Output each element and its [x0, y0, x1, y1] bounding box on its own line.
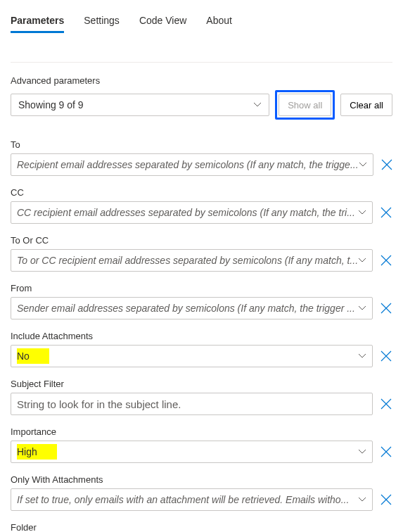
- show-all-highlight: Show all: [275, 90, 335, 120]
- field-from-input[interactable]: Sender email addresses separated by semi…: [11, 297, 373, 319]
- field-to-placeholder: Recipient email addresses separated by s…: [17, 159, 359, 170]
- field-importance-input[interactable]: High: [11, 441, 373, 463]
- field-include-attachments-value: No: [17, 348, 49, 364]
- chevron-down-icon: [358, 208, 366, 217]
- field-include-attachments-input[interactable]: No: [11, 345, 373, 367]
- field-folder-label: Folder: [11, 522, 392, 532]
- field-subject-filter-input[interactable]: String to look for in the subject line.: [11, 393, 373, 415]
- chevron-down-icon: [358, 352, 366, 360]
- field-to-or-cc-placeholder: To or CC recipient email addresses separ…: [17, 255, 358, 266]
- advanced-parameters-label: Advanced parameters: [11, 75, 392, 86]
- field-to: To Recipient email addresses separated b…: [11, 139, 392, 176]
- chevron-down-icon: [358, 304, 366, 312]
- field-to-or-cc-input[interactable]: To or CC recipient email addresses separ…: [11, 249, 373, 272]
- field-to-or-cc-label: To Or CC: [11, 235, 392, 246]
- field-from: From Sender email addresses separated by…: [11, 283, 392, 319]
- field-from-label: From: [11, 283, 392, 293]
- field-subject-filter: Subject Filter String to look for in the…: [11, 379, 392, 415]
- chevron-down-icon: [358, 448, 366, 456]
- field-only-with-attachments-placeholder: If set to true, only emails with an atta…: [17, 494, 358, 505]
- field-to-or-cc: To Or CC To or CC recipient email addres…: [11, 235, 392, 272]
- field-folder: Folder Inbox: [11, 522, 392, 532]
- chevron-down-icon: [358, 495, 366, 504]
- chevron-down-icon: [359, 160, 367, 169]
- remove-cc-icon[interactable]: [380, 206, 392, 219]
- field-subject-filter-placeholder: String to look for in the subject line.: [17, 398, 366, 410]
- field-importance: Importance High: [11, 426, 392, 463]
- field-importance-label: Importance: [11, 426, 392, 437]
- remove-to-icon[interactable]: [380, 158, 393, 171]
- divider: [11, 62, 392, 63]
- advanced-parameters-row: Showing 9 of 9 Show all Clear all: [11, 90, 392, 120]
- remove-to-or-cc-icon[interactable]: [380, 254, 392, 267]
- tab-parameters[interactable]: Parameters: [11, 11, 64, 33]
- field-from-placeholder: Sender email addresses separated by semi…: [17, 303, 358, 314]
- chevron-down-icon: [358, 256, 366, 265]
- clear-all-button[interactable]: Clear all: [340, 94, 392, 116]
- remove-subject-filter-icon[interactable]: [380, 398, 392, 410]
- field-cc: CC CC recipient email addresses separate…: [11, 187, 392, 224]
- field-subject-filter-label: Subject Filter: [11, 379, 392, 389]
- field-include-attachments: Include Attachments No: [11, 331, 392, 367]
- field-only-with-attachments-input[interactable]: If set to true, only emails with an atta…: [11, 488, 373, 511]
- field-to-label: To: [11, 139, 392, 150]
- field-only-with-attachments-label: Only With Attachments: [11, 474, 392, 485]
- field-include-attachments-label: Include Attachments: [11, 331, 392, 341]
- field-cc-label: CC: [11, 187, 392, 198]
- advanced-parameters-select-value: Showing 9 of 9: [18, 99, 84, 110]
- remove-only-with-attachments-icon[interactable]: [380, 493, 392, 506]
- remove-importance-icon[interactable]: [380, 445, 392, 458]
- field-to-input[interactable]: Recipient email addresses separated by s…: [11, 153, 373, 176]
- remove-include-attachments-icon[interactable]: [380, 350, 392, 362]
- field-cc-input[interactable]: CC recipient email addresses separated b…: [11, 201, 373, 224]
- tab-codeview[interactable]: Code View: [139, 11, 186, 33]
- advanced-parameters-select[interactable]: Showing 9 of 9: [11, 94, 269, 116]
- show-all-button[interactable]: Show all: [279, 94, 331, 116]
- field-cc-placeholder: CC recipient email addresses separated b…: [17, 207, 358, 218]
- field-importance-value: High: [17, 444, 57, 460]
- tabs-bar: Parameters Settings Code View About: [11, 11, 392, 34]
- remove-from-icon[interactable]: [380, 302, 392, 315]
- chevron-down-icon: [253, 101, 262, 109]
- tab-about[interactable]: About: [206, 11, 232, 33]
- tab-settings[interactable]: Settings: [84, 11, 120, 33]
- field-only-with-attachments: Only With Attachments If set to true, on…: [11, 474, 392, 511]
